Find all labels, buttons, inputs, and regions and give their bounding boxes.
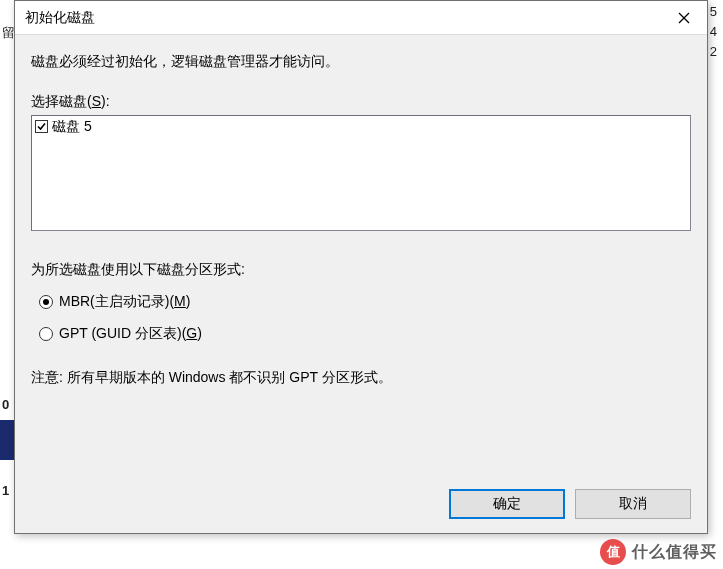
dialog-title: 初始化磁盘 bbox=[25, 9, 95, 27]
dialog-content: 磁盘必须经过初始化，逻辑磁盘管理器才能访问。 选择磁盘(S): 磁盘 5 为所选… bbox=[15, 35, 707, 533]
watermark-badge-icon: 值 bbox=[600, 539, 626, 565]
mbr-radio[interactable]: MBR(主启动记录)(M) bbox=[39, 293, 691, 311]
cancel-button[interactable]: 取消 bbox=[575, 489, 691, 519]
watermark-text: 什么值得买 bbox=[632, 542, 717, 563]
watermark: 值 什么值得买 bbox=[600, 539, 717, 565]
bg-text: 4 bbox=[710, 24, 717, 39]
bg-text: 2 bbox=[710, 44, 717, 59]
disk-list-item[interactable]: 磁盘 5 bbox=[33, 117, 689, 135]
close-icon bbox=[678, 12, 690, 24]
partition-radio-group: MBR(主启动记录)(M) GPT (GUID 分区表)(G) bbox=[31, 293, 691, 357]
close-button[interactable] bbox=[661, 1, 707, 34]
mbr-radio-label: MBR(主启动记录)(M) bbox=[59, 293, 190, 311]
disk-label: 磁盘 5 bbox=[52, 119, 92, 133]
gpt-note: 注意: 所有早期版本的 Windows 都不识别 GPT 分区形式。 bbox=[31, 369, 691, 387]
dialog-buttons: 确定 取消 bbox=[31, 475, 691, 519]
ok-button[interactable]: 确定 bbox=[449, 489, 565, 519]
partition-style-label: 为所选磁盘使用以下磁盘分区形式: bbox=[31, 261, 691, 279]
radio-icon bbox=[39, 295, 53, 309]
initialize-disk-dialog: 初始化磁盘 磁盘必须经过初始化，逻辑磁盘管理器才能访问。 选择磁盘(S): 磁盘… bbox=[14, 0, 708, 534]
gpt-radio-label: GPT (GUID 分区表)(G) bbox=[59, 325, 202, 343]
check-icon bbox=[36, 121, 47, 132]
titlebar: 初始化磁盘 bbox=[15, 1, 707, 35]
bg-text: 1 bbox=[2, 483, 9, 498]
disk-checkbox[interactable] bbox=[35, 120, 48, 133]
bg-text: 0 bbox=[2, 397, 9, 412]
dialog-message: 磁盘必须经过初始化，逻辑磁盘管理器才能访问。 bbox=[31, 53, 691, 71]
gpt-radio[interactable]: GPT (GUID 分区表)(G) bbox=[39, 325, 691, 343]
bg-text: 5 bbox=[710, 4, 717, 19]
disk-listbox[interactable]: 磁盘 5 bbox=[31, 115, 691, 231]
bg-stripe bbox=[0, 420, 14, 460]
select-disk-label: 选择磁盘(S): bbox=[31, 93, 691, 111]
radio-icon bbox=[39, 327, 53, 341]
